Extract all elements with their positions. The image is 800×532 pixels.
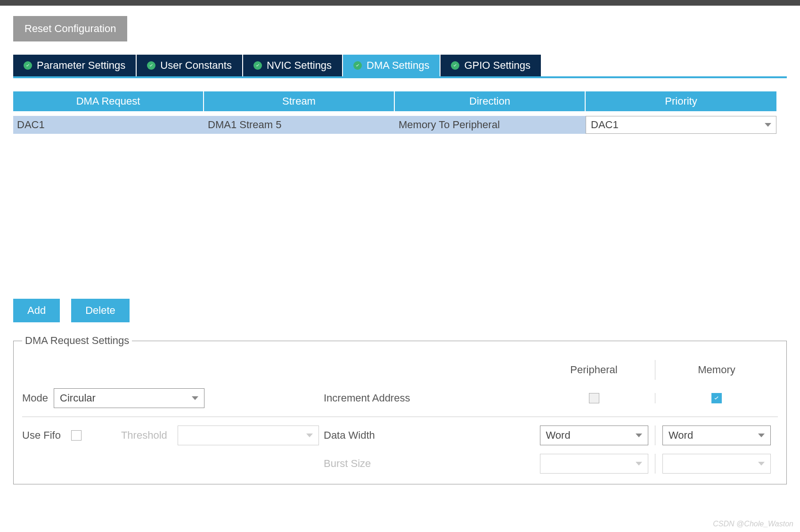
col-header-memory: Memory [655,360,778,380]
tab-dma-settings[interactable]: DMA Settings [343,55,441,76]
divider [22,417,778,417]
watermark: CSDN @Chole_Waston [713,520,793,528]
col-header-peripheral: Peripheral [533,360,655,380]
check-circle-icon [253,61,262,70]
data-width-memory-value: Word [669,429,693,442]
chevron-down-icon [758,462,765,466]
check-circle-icon [24,61,32,70]
priority-select[interactable]: DAC1 [586,116,776,134]
tab-label: NVIC Settings [267,59,332,72]
check-circle-icon [353,61,362,70]
dma-table: DMA Request Stream Direction Priority DA… [13,91,787,134]
check-circle-icon [147,61,155,70]
mode-select[interactable]: Circular [54,388,204,408]
delete-button[interactable]: Delete [71,299,130,322]
settings-legend: DMA Request Settings [22,335,132,347]
data-width-label: Data Width [324,429,533,442]
td-dma-request[interactable]: DAC1 [13,116,204,134]
burst-size-peripheral-select [540,454,648,474]
th-dma-request: DMA Request [13,91,204,111]
increment-memory-checkbox[interactable] [711,393,722,403]
table-actions: Add Delete [13,299,787,322]
tab-label: DMA Settings [367,59,429,72]
td-stream[interactable]: DMA1 Stream 5 [204,116,395,134]
priority-select-value: DAC1 [591,119,619,131]
tabs-bar: Parameter Settings User Constants NVIC S… [13,55,787,78]
td-priority: DAC1 [586,116,776,134]
th-stream: Stream [204,91,395,111]
tab-label: Parameter Settings [37,59,125,72]
chevron-down-icon [306,434,313,437]
increment-peripheral-checkbox [589,393,599,403]
burst-size-memory-select [662,454,771,474]
tab-label: User Constants [160,59,232,72]
increment-address-label: Increment Address [324,392,533,404]
burst-size-label: Burst Size [324,458,533,470]
mode-select-value: Circular [60,392,96,404]
reset-configuration-button[interactable]: Reset Configuration [13,16,127,41]
td-direction[interactable]: Memory To Peripheral [395,116,586,134]
data-width-peripheral-value: Word [546,429,571,442]
threshold-label: Threshold [121,429,167,442]
chevron-down-icon [192,396,198,400]
table-row[interactable]: DAC1 DMA1 Stream 5 Memory To Peripheral … [13,116,787,134]
chevron-down-icon [636,434,642,437]
use-fifo-label: Use Fifo [22,429,61,442]
tab-label: GPIO Settings [464,59,531,72]
window-top-bar [0,0,800,6]
mode-label: Mode [22,392,48,404]
dma-request-settings-group: DMA Request Settings Peripheral Memory M… [13,335,787,484]
chevron-down-icon [758,434,765,437]
add-button[interactable]: Add [13,299,60,322]
table-header-row: DMA Request Stream Direction Priority [13,91,787,111]
tab-gpio-settings[interactable]: GPIO Settings [441,55,542,76]
data-width-memory-select[interactable]: Word [662,426,771,445]
th-priority: Priority [586,91,776,111]
tab-nvic-settings[interactable]: NVIC Settings [243,55,343,76]
chevron-down-icon [636,462,642,466]
data-width-peripheral-select[interactable]: Word [540,426,648,445]
use-fifo-checkbox[interactable] [71,430,82,441]
tab-user-constants[interactable]: User Constants [137,55,243,76]
th-direction: Direction [395,91,586,111]
tab-parameter-settings[interactable]: Parameter Settings [13,55,137,76]
check-circle-icon [451,61,459,70]
threshold-select [178,426,319,445]
chevron-down-icon [765,123,771,127]
